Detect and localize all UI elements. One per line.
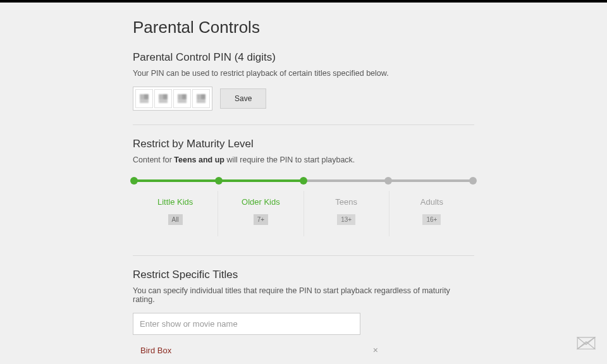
pin-row: Save (133, 87, 474, 111)
level-label: Teens (304, 197, 389, 207)
maturity-slider[interactable]: Little Kids All Older Kids 7+ Teens 13+ … (133, 177, 474, 236)
age-badge: 7+ (254, 214, 268, 225)
slider-dot-4[interactable] (469, 177, 477, 185)
maturity-levels: Little Kids All Older Kids 7+ Teens 13+ … (133, 191, 474, 236)
parental-controls-page: Parental Controls Parental Control PIN (… (133, 18, 474, 356)
pin-digit-4[interactable] (192, 89, 210, 108)
slider-dot-3[interactable] (384, 177, 392, 185)
remove-title-button[interactable]: × (369, 344, 382, 356)
title-search-input[interactable] (133, 313, 360, 335)
specific-heading: Restrict Specific Titles (133, 269, 474, 281)
level-older-kids[interactable]: Older Kids 7+ (218, 191, 303, 236)
restricted-title-name: Bird Box (140, 346, 171, 355)
divider (133, 124, 474, 125)
pin-heading: Parental Control PIN (4 digits) (133, 51, 474, 64)
specific-description: You can specify individual titles that r… (133, 286, 474, 304)
age-badge: 16+ (422, 214, 441, 225)
maturity-desc-prefix: Content for (133, 155, 174, 164)
maturity-heading: Restrict by Maturity Level (133, 138, 474, 150)
level-label: Adults (389, 197, 474, 207)
slider-dot-2[interactable] (300, 177, 307, 185)
pin-digit-1[interactable] (135, 89, 153, 108)
level-label: Little Kids (133, 197, 218, 207)
level-label: Older Kids (218, 197, 303, 207)
maturity-desc-bold: Teens and up (174, 155, 224, 164)
age-badge: 13+ (337, 214, 355, 225)
save-button[interactable]: Save (220, 88, 266, 109)
maturity-desc-suffix: will require the PIN to start playback. (224, 155, 355, 164)
pin-description: Your PIN can be used to restrict playbac… (133, 69, 474, 78)
watermark-logo (572, 329, 601, 358)
slider-dot-1[interactable] (215, 177, 223, 185)
level-teens[interactable]: Teens 13+ (304, 191, 389, 236)
pin-input-group (133, 87, 212, 111)
pin-digit-2[interactable] (154, 89, 172, 108)
pin-digit-3[interactable] (173, 89, 191, 108)
restricted-title-row: Bird Box × (133, 344, 386, 356)
slider-track[interactable] (134, 177, 473, 185)
divider (133, 255, 474, 256)
page-title: Parental Controls (133, 18, 474, 37)
slider-dot-0[interactable] (130, 177, 138, 185)
level-adults[interactable]: Adults 16+ (389, 191, 474, 236)
age-badge: All (168, 214, 183, 225)
level-little-kids[interactable]: Little Kids All (133, 191, 218, 236)
maturity-description: Content for Teens and up will require th… (133, 155, 474, 164)
